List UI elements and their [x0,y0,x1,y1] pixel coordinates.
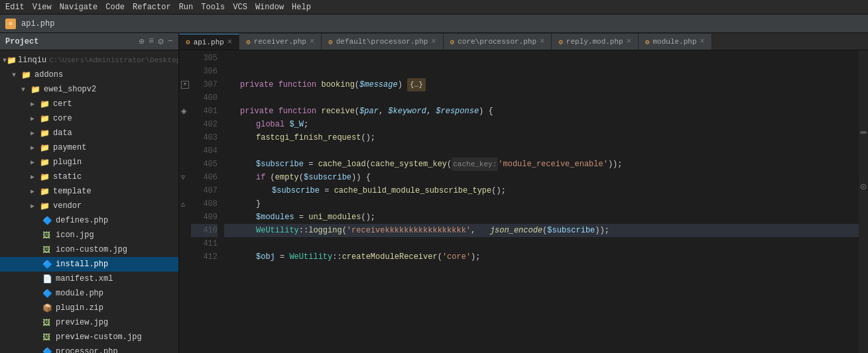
sidebar-item-data[interactable]: ▶ 📁 data [0,126,178,140]
sidebar-item-static[interactable]: ▶ 📁 static [0,170,178,184]
code-line-306 [224,65,859,78]
tab-close-button[interactable]: × [227,38,232,46]
sidebar-item-icon-custom[interactable]: 🖼 icon-custom.jpg [0,242,178,257]
fold-marker-408: △ [179,197,191,211]
tab-close-button[interactable]: × [700,38,705,46]
sidebar-item-addons[interactable]: ▼ 📁 addons [0,68,178,82]
folder-icon: 📁 [31,85,42,95]
tab-reply-mod-php[interactable]: ⚙ reply.mod.php × [552,34,639,50]
php-file-icon: 🔷 [42,289,54,299]
sidebar-header: Project ⊕ ≡ ⚙ − [0,33,178,50]
editor-main: Project ⊕ ≡ ⚙ − ▼ 📁 linqiu C:\Users\Admi… [0,33,868,353]
code-line-401: private function receive ( $par , $keywo… [224,105,859,118]
item-label: payment [53,143,86,152]
sidebar-item-vendor[interactable]: ▶ 📁 vendor [0,199,178,213]
sidebar-item-core[interactable]: ▶ 📁 core [0,111,178,126]
jpg-file-icon: 🖼 [42,318,54,328]
menu-run[interactable]: Run [179,3,194,12]
menu-edit[interactable]: Edit [5,3,25,12]
folded-block[interactable]: {…} [407,78,426,91]
sidebar-item-ewei_shopv2[interactable]: ▼ 📁 ewei_shopv2 [0,82,178,97]
sidebar-minimize-icon[interactable]: − [168,36,173,47]
menu-navigate[interactable]: Navigate [60,3,98,12]
zip-file-icon: 📦 [42,303,54,313]
scrollbar-thumb[interactable] [860,131,867,134]
right-panel: ⚙ api.php × ⚙ receiver.php × ⚙ default\p… [179,33,868,353]
tab-core-processor-php[interactable]: ⚙ core\processor.php × [444,34,552,50]
xml-file-icon: 📄 [42,274,54,284]
sidebar-collapse-icon[interactable]: ≡ [149,36,154,47]
tab-label: default\processor.php [336,38,428,46]
item-label: cert [53,99,72,109]
sidebar-add-icon[interactable]: ⊕ [139,36,144,47]
code-line-305 [224,52,859,65]
fold-marker-401: ◈ [179,105,191,118]
sidebar-item-defines[interactable]: 🔷 defines.php [0,213,178,228]
code-line-408: } [224,197,859,211]
tab-label: core\processor.php [458,38,536,46]
sidebar-item-preview[interactable]: 🖼 preview.jpg [0,315,178,330]
item-label: core [53,114,72,123]
tab-bar: ⚙ api.php × ⚙ receiver.php × ⚙ default\p… [179,33,868,50]
sidebar-item-icon[interactable]: 🖼 icon.jpg [0,228,178,242]
sidebar-item-linqiu[interactable]: ▼ 📁 linqiu C:\Users\Administrator\Deskto… [0,53,178,68]
code-line-411 [224,237,859,250]
sidebar-item-module[interactable]: 🔷 module.php [0,286,178,301]
fold-marker-307[interactable]: + [179,78,191,91]
sidebar-settings-icon[interactable]: ⚙ [158,36,163,47]
code-line-402: global $_W ; [224,118,859,131]
php-file-icon: 🔷 [42,347,54,354]
tab-file-icon: ⚙ [558,38,563,46]
tab-close-button[interactable]: × [540,38,544,46]
tab-close-button[interactable]: × [627,38,631,46]
sidebar-item-manifest[interactable]: 📄 manifest.xml [0,272,178,286]
menu-code[interactable]: Code [105,3,125,12]
sidebar-item-payment[interactable]: ▶ 📁 payment [0,140,178,155]
item-label: data [53,128,72,138]
sidebar-item-processor[interactable]: 🔷 processor.php [0,344,178,353]
tab-close-button[interactable]: × [310,38,314,46]
sidebar: Project ⊕ ≡ ⚙ − ▼ 📁 linqiu C:\Users\Admi… [0,33,179,353]
item-label: icon.jpg [56,230,94,240]
sidebar-item-preview-custom[interactable]: 🖼 preview-custom.jpg [0,330,178,344]
tab-close-button[interactable]: × [431,38,436,46]
project-root: ▼ 📁 linqiu C:\Users\Administrator\Deskto… [0,50,178,353]
item-label: module.php [56,289,103,298]
menu-vcs[interactable]: VCS [233,3,247,12]
menu-view[interactable]: View [32,3,52,12]
php-file-icon: 🔷 [42,260,54,270]
tab-api-php[interactable]: ⚙ api.php × [179,34,239,50]
sidebar-title: Project [5,37,38,46]
item-label: addons [34,70,63,79]
menu-help[interactable]: Help [292,3,311,12]
sidebar-item-install[interactable]: 🔷 install.php [0,257,178,272]
menu-refactor[interactable]: Refactor [133,3,171,12]
tab-receiver-php[interactable]: ⚙ receiver.php × [239,34,322,50]
menu-tools[interactable]: Tools [201,3,225,12]
sidebar-item-plugin-zip[interactable]: 📦 plugin.zip [0,301,178,315]
folder-icon: 📁 [40,201,52,211]
code-line-410: WeUtility :: logging ( 'receivekkkkkkkkk… [224,224,859,237]
fold-gutter: + ◈ ▽ △ [179,50,191,353]
code-line-406: if ( empty ( $subscribe )) { [224,171,859,184]
arrow-icon: ▶ [31,144,40,152]
code-editor[interactable]: + ◈ ▽ △ [179,50,868,353]
sidebar-item-plugin[interactable]: ▶ 📁 plugin [0,155,178,170]
item-label: plugin [53,158,82,167]
item-label: plugin.zip [56,303,103,313]
current-file-title: api.php [21,19,54,28]
folder-icon: 📁 [40,114,52,124]
arrow-icon: ▶ [31,129,40,137]
root-label: linqiu [18,56,46,65]
menu-window[interactable]: Window [255,3,284,12]
sidebar-item-cert[interactable]: ▶ 📁 cert [0,97,178,111]
tab-default-processor-php[interactable]: ⚙ default\processor.php × [322,34,443,50]
item-label: template [53,187,92,196]
sidebar-item-template[interactable]: ▶ 📁 template [0,184,178,199]
arrow-icon: ▶ [31,173,40,181]
tab-module-php[interactable]: ⚙ module.php × [639,34,712,50]
arrow-icon: ▼ [21,86,31,93]
arrow-icon: ▶ [31,115,40,123]
code-content[interactable]: private function booking ( $message ) {…… [224,50,859,353]
tab-file-icon: ⚙ [645,38,650,46]
